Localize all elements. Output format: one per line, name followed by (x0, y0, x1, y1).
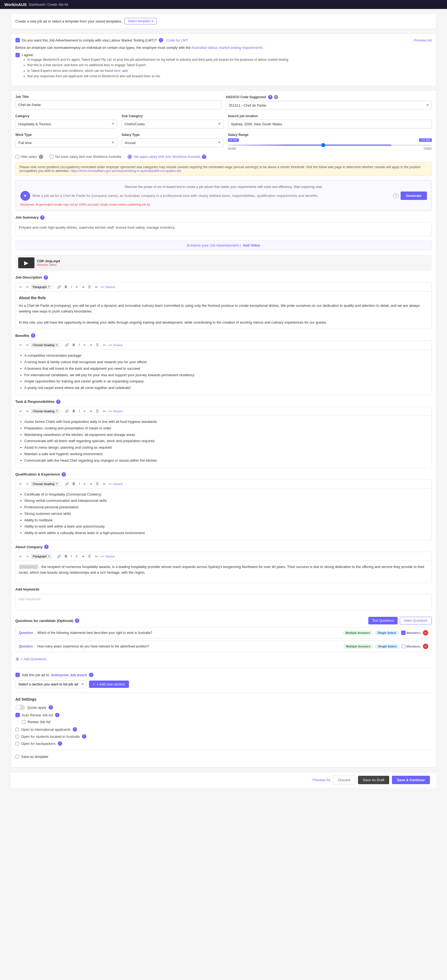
align-company[interactable]: ≡ (74, 554, 79, 559)
discard-button[interactable]: Discard (333, 775, 355, 784)
international-info[interactable]: ? (73, 727, 77, 732)
undo-btn[interactable]: ↩ (18, 284, 23, 290)
about-company-content[interactable]: [company] , the recipient of numerous ho… (16, 561, 431, 582)
work-type-select[interactable]: Full time (16, 138, 118, 147)
indent-company[interactable]: ⇥ (80, 554, 86, 559)
add-video-link[interactable]: Add Video (243, 243, 260, 247)
q1-delete-btn[interactable]: ✕ (423, 630, 428, 636)
benefits-info[interactable]: ? (31, 333, 35, 338)
italic-tasks[interactable]: I (77, 409, 81, 414)
enhance-bar[interactable]: Enhance your Job Advertisement | Add Vid… (16, 240, 432, 250)
upper-limit-radio[interactable] (128, 154, 132, 159)
source-btn-company[interactable]: </> Source (101, 555, 115, 558)
q2-mandatory-checkbox[interactable] (402, 644, 405, 648)
students-info[interactable]: ? (82, 734, 86, 738)
heading-select-qual[interactable]: Choose heading (31, 482, 59, 486)
about-company-info[interactable]: ? (44, 545, 49, 549)
select-template-button[interactable]: Select template ▾ (124, 18, 156, 24)
list-ol-benefits[interactable]: ≔ (101, 342, 107, 348)
undo-benefits[interactable]: ↩ (18, 342, 23, 348)
save-and-continue-button[interactable]: Save & Continue (392, 776, 429, 784)
job-summary-info[interactable]: ? (40, 215, 45, 220)
save-template-checkbox[interactable] (16, 755, 19, 758)
link-benefits[interactable]: 🔗 (64, 342, 70, 348)
agree-checkbox[interactable] (16, 53, 20, 57)
job-description-info[interactable]: ? (44, 275, 48, 280)
video-questions-button[interactable]: Video Questions (400, 617, 432, 624)
subcategory-select[interactable]: Chefs/Cooks (121, 119, 224, 129)
undo-qual[interactable]: ↩ (18, 481, 23, 487)
upper-limit-info[interactable]: ? (202, 154, 206, 159)
heading-select-benefits[interactable]: Choose heading (31, 342, 59, 347)
save-as-draft-button[interactable]: Save As Draft (358, 776, 389, 784)
preview-ad-link-top[interactable]: Preview Ad (414, 38, 431, 42)
redo-benefits[interactable]: ↪ (24, 342, 30, 348)
anzsco-info-icon[interactable]: ? (268, 95, 273, 99)
lmt-info-icon[interactable]: ? (159, 38, 163, 42)
international-checkbox[interactable] (16, 728, 19, 731)
redo-company[interactable]: ↪ (24, 554, 30, 559)
paragraph-select[interactable]: Paragraph (31, 285, 51, 290)
source-btn-qual[interactable]: </> Source (108, 482, 123, 485)
add-questions-btn[interactable]: ⊕ + Add Questions (16, 654, 432, 664)
redo-tasks[interactable]: ↪ (24, 409, 30, 414)
remove-video-btn[interactable]: Remove Video (37, 263, 60, 266)
link-qual[interactable]: 🔗 (64, 481, 70, 487)
italic-qual[interactable]: I (77, 481, 81, 487)
enterprise-info[interactable]: ? (89, 673, 93, 677)
keywords-box[interactable]: Add keywords (16, 594, 432, 610)
indent-btn[interactable]: ⇥ (80, 284, 86, 290)
breadcrumb-home[interactable]: Dashboard (29, 3, 45, 6)
qualification-info[interactable]: ? (62, 472, 66, 477)
paragraph-select-company[interactable]: Paragraph (31, 554, 51, 559)
indent-benefits[interactable]: ⇥ (88, 342, 93, 348)
ai-help-icon[interactable]: ? (393, 193, 398, 199)
students-checkbox[interactable] (16, 735, 19, 738)
align-benefits[interactable]: ≡ (82, 342, 87, 348)
ai-prompt-input[interactable] (32, 194, 391, 198)
bold-tasks[interactable]: B (71, 409, 77, 414)
list-ul-qual[interactable]: ☰ (94, 481, 100, 487)
lmt-notice-link[interactable]: Australian labour market testing require… (192, 46, 263, 49)
benefits-content[interactable]: A competitive remuneration package A str… (16, 350, 431, 395)
undo-tasks[interactable]: ↩ (18, 409, 23, 414)
job-summary-box[interactable]: Prepare and cook high-quality dishes, su… (16, 223, 432, 236)
source-btn-description[interactable]: </> Source (101, 285, 115, 289)
salary-type-select[interactable]: Annual (121, 138, 224, 147)
add-new-section-button[interactable]: + + Add new section (89, 681, 129, 688)
align-qual[interactable]: ≡ (82, 481, 87, 487)
lmt-checkbox[interactable] (16, 38, 20, 42)
link-tasks[interactable]: 🔗 (64, 409, 70, 414)
align-tasks[interactable]: ≡ (82, 409, 87, 414)
renew-job-ad-checkbox[interactable] (22, 720, 26, 724)
section-select-dropdown[interactable]: Select a section you want to list job ad (16, 680, 86, 688)
list-ol-qual[interactable]: ≔ (101, 481, 107, 487)
hide-salary-check[interactable]: Hide salary i (16, 154, 43, 159)
list-ol-tasks[interactable]: ≔ (101, 409, 107, 414)
auto-renew-checkbox[interactable] (16, 713, 20, 717)
tasks-content[interactable]: Assist Senior Chefs with food preparatio… (16, 416, 431, 468)
anzsco-select[interactable]: 351311 - Chef de Partie (226, 101, 432, 110)
enterprise-checkbox[interactable] (16, 673, 20, 677)
q2-delete-btn[interactable]: ✕ (423, 644, 428, 649)
terms-link[interactable]: here (114, 69, 120, 73)
bold-company[interactable]: B (64, 554, 69, 559)
quote-apply-toggle[interactable] (16, 705, 25, 710)
link-btn[interactable]: 🔗 (56, 284, 62, 290)
lower-limit-check[interactable]: Set lower salary limit over Workforce Au… (49, 155, 121, 159)
generate-button[interactable]: Generate (401, 191, 427, 200)
job-title-input[interactable] (16, 100, 222, 109)
questions-info[interactable]: ? (75, 619, 79, 623)
source-btn-tasks[interactable]: </> Source (108, 410, 123, 413)
code-for-lmt-link[interactable]: Code for LMT (166, 38, 188, 42)
upper-limit-check[interactable]: Set upper salary limit over Workforce Au… (128, 154, 206, 159)
lower-limit-checkbox[interactable] (49, 155, 53, 159)
hide-salary-info[interactable]: i (39, 154, 43, 159)
redo-qual[interactable]: ↪ (24, 481, 30, 487)
italic-btn[interactable]: I (69, 284, 73, 290)
category-select[interactable]: Hospitality & Tourism (16, 119, 118, 129)
indent-qual[interactable]: ⇥ (88, 481, 93, 487)
q1-mandatory-checkbox[interactable] (401, 631, 405, 635)
undo-company[interactable]: ↩ (18, 554, 23, 559)
backpackers-checkbox[interactable] (16, 742, 19, 745)
